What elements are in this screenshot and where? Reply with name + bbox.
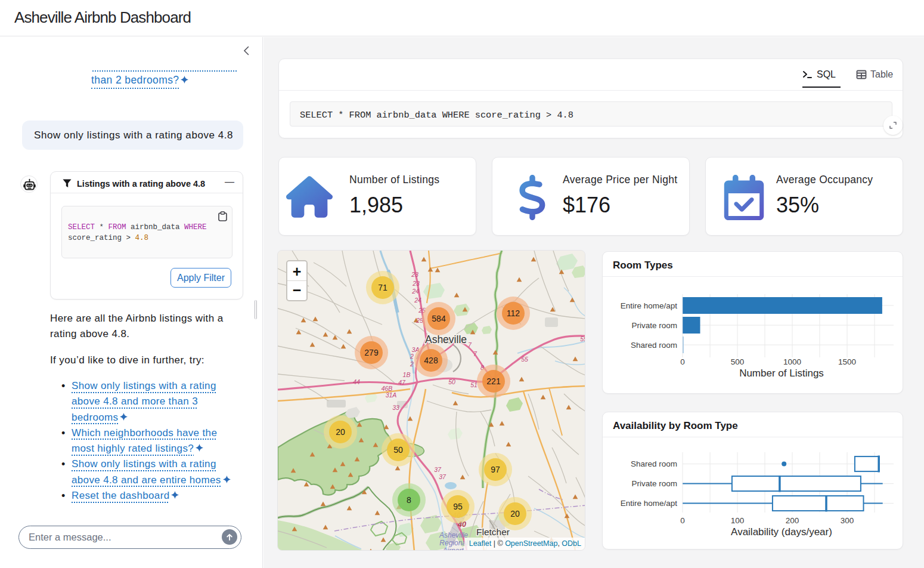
- svg-text:50: 50: [393, 445, 403, 455]
- svg-text:Number of Listings: Number of Listings: [739, 368, 824, 379]
- svg-text:Availability (days/year): Availability (days/year): [731, 526, 832, 538]
- svg-text:1500: 1500: [838, 357, 856, 366]
- svg-text:1B: 1B: [403, 371, 411, 378]
- svg-text:24: 24: [414, 297, 421, 304]
- svg-text:0: 0: [680, 357, 685, 366]
- svg-text:221: 221: [486, 376, 501, 386]
- svg-text:300: 300: [841, 516, 854, 525]
- svg-text:31A: 31A: [386, 391, 397, 399]
- svg-text:200: 200: [786, 516, 799, 525]
- svg-text:112: 112: [507, 308, 520, 318]
- svg-text:97: 97: [491, 465, 500, 474]
- svg-text:8: 8: [407, 495, 411, 505]
- svg-text:Shared room: Shared room: [631, 341, 677, 350]
- svg-text:279: 279: [364, 348, 379, 357]
- svg-text:51: 51: [470, 381, 477, 388]
- svg-text:Entire home/apt: Entire home/apt: [621, 301, 678, 310]
- svg-text:500: 500: [731, 357, 745, 366]
- svg-text:Shared room: Shared room: [631, 459, 677, 468]
- svg-text:100: 100: [731, 516, 745, 525]
- svg-text:47: 47: [398, 379, 406, 386]
- svg-text:24: 24: [411, 288, 419, 295]
- svg-text:584: 584: [432, 314, 446, 323]
- svg-text:59: 59: [580, 335, 585, 342]
- svg-text:33: 33: [392, 404, 399, 411]
- svg-text:Private room: Private room: [631, 479, 677, 488]
- svg-text:44: 44: [353, 378, 360, 385]
- svg-text:95: 95: [453, 502, 463, 511]
- svg-text:Fletcher: Fletcher: [476, 527, 510, 537]
- svg-text:71: 71: [378, 283, 387, 292]
- svg-text:Entire home/apt: Entire home/apt: [621, 499, 678, 508]
- svg-text:2: 2: [410, 353, 414, 360]
- svg-text:20: 20: [336, 427, 345, 437]
- svg-text:23: 23: [412, 280, 420, 287]
- svg-text:50: 50: [448, 378, 455, 385]
- svg-text:55: 55: [521, 356, 528, 363]
- svg-text:37: 37: [434, 466, 442, 473]
- svg-text:428: 428: [424, 356, 438, 365]
- svg-text:Asheville: Asheville: [425, 334, 467, 345]
- svg-text:2: 2: [410, 360, 414, 368]
- svg-text:0: 0: [680, 516, 685, 525]
- svg-text:1000: 1000: [783, 357, 801, 366]
- svg-text:20: 20: [510, 509, 520, 518]
- svg-text:Private room: Private room: [631, 321, 677, 330]
- svg-text:Airport: Airport: [442, 547, 464, 551]
- svg-text:37: 37: [439, 473, 447, 480]
- svg-text:23: 23: [411, 271, 418, 278]
